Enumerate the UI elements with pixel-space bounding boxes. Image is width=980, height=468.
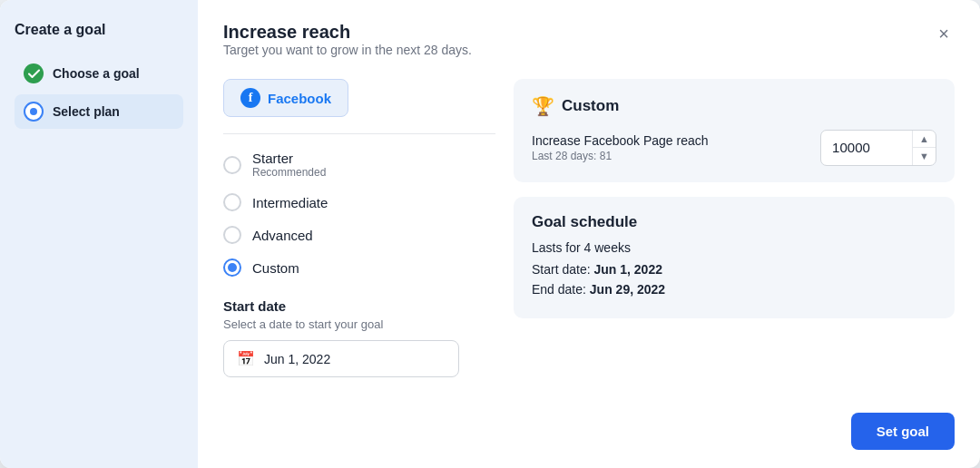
radio-label-custom: Custom: [252, 260, 299, 276]
sidebar: Create a goal Choose a goal Select plan: [0, 0, 198, 468]
radio-outer-starter: [223, 156, 241, 174]
radio-item-intermediate[interactable]: Intermediate: [223, 193, 495, 211]
custom-card-title: Custom: [562, 97, 619, 115]
radio-item-custom[interactable]: Custom: [223, 258, 495, 277]
custom-card: 🏆 Custom Increase Facebook Page reach La…: [514, 79, 955, 182]
sidebar-item-choose-goal-label: Choose a goal: [53, 66, 140, 81]
schedule-start-label: Start date:: [532, 262, 591, 277]
modal-footer: Set goal: [851, 413, 955, 450]
main-content: Increase reach Target you want to grow i…: [198, 0, 980, 468]
schedule-start-date-row: Start date: Jun 1, 2022: [532, 262, 936, 277]
goal-value-input[interactable]: [821, 132, 912, 162]
stepper-up-button[interactable]: ▲: [913, 131, 936, 148]
radio-label-intermediate: Intermediate: [252, 195, 328, 210]
close-button[interactable]: ×: [933, 22, 955, 46]
page-title: Increase reach: [223, 22, 472, 43]
sidebar-title: Create a goal: [15, 22, 183, 38]
calendar-icon: 📅: [237, 350, 255, 367]
content-columns: f Facebook Starter Recommended: [223, 79, 955, 377]
custom-card-header: 🏆 Custom: [532, 95, 936, 117]
facebook-button-label: Facebook: [268, 91, 331, 106]
start-date-label: Start date: [223, 298, 495, 314]
modal: Create a goal Choose a goal Select plan …: [0, 0, 980, 468]
radio-inner-custom: [228, 263, 237, 272]
radio-outer-advanced: [223, 226, 241, 244]
trophy-icon: 🏆: [532, 95, 554, 117]
schedule-duration: Lasts for 4 weeks: [532, 240, 936, 255]
facebook-icon: f: [240, 88, 260, 108]
goal-labels: Increase Facebook Page reach Last 28 day…: [532, 133, 709, 162]
radio-item-starter[interactable]: Starter Recommended: [223, 151, 495, 179]
radio-outer-custom: [223, 258, 241, 277]
right-column: 🏆 Custom Increase Facebook Page reach La…: [514, 79, 955, 377]
radio-group: Starter Recommended Intermediate: [223, 151, 495, 277]
set-goal-button[interactable]: Set goal: [851, 413, 955, 450]
schedule-end-date-row: End date: Jun 29, 2022: [532, 282, 936, 297]
schedule-start-date: Jun 1, 2022: [593, 262, 662, 277]
sidebar-item-select-plan-label: Select plan: [53, 104, 120, 119]
schedule-card-title: Goal schedule: [532, 213, 936, 231]
date-input[interactable]: 📅 Jun 1, 2022: [223, 340, 459, 377]
facebook-button[interactable]: f Facebook: [223, 79, 348, 117]
schedule-card: Goal schedule Lasts for 4 weeks Start da…: [514, 197, 955, 318]
schedule-end-label: End date:: [532, 282, 586, 297]
divider: [223, 133, 495, 134]
sidebar-item-choose-goal[interactable]: Choose a goal: [15, 56, 183, 91]
radio-label-starter: Starter Recommended: [252, 151, 326, 179]
circle-dot: [30, 108, 37, 115]
start-date-sublabel: Select a date to start your goal: [223, 317, 495, 331]
radio-outer-intermediate: [223, 193, 241, 211]
goal-sublabel: Last 28 days: 81: [532, 150, 709, 162]
goal-row: Increase Facebook Page reach Last 28 day…: [532, 130, 936, 166]
main-header: Increase reach Target you want to grow i…: [223, 22, 955, 75]
left-column: f Facebook Starter Recommended: [223, 79, 495, 377]
sidebar-item-select-plan[interactable]: Select plan: [15, 94, 183, 129]
date-value: Jun 1, 2022: [264, 352, 330, 366]
check-icon: [24, 63, 44, 83]
circle-icon: [24, 102, 44, 122]
radio-label-advanced: Advanced: [252, 228, 313, 243]
page-subtitle: Target you want to grow in the next 28 d…: [223, 43, 472, 57]
schedule-end-date: Jun 29, 2022: [590, 282, 665, 297]
goal-input-container: ▲ ▼: [820, 130, 936, 166]
radio-item-advanced[interactable]: Advanced: [223, 226, 495, 244]
stepper-down-button[interactable]: ▼: [913, 148, 936, 164]
goal-label: Increase Facebook Page reach: [532, 133, 709, 148]
goal-stepper: ▲ ▼: [912, 131, 936, 165]
